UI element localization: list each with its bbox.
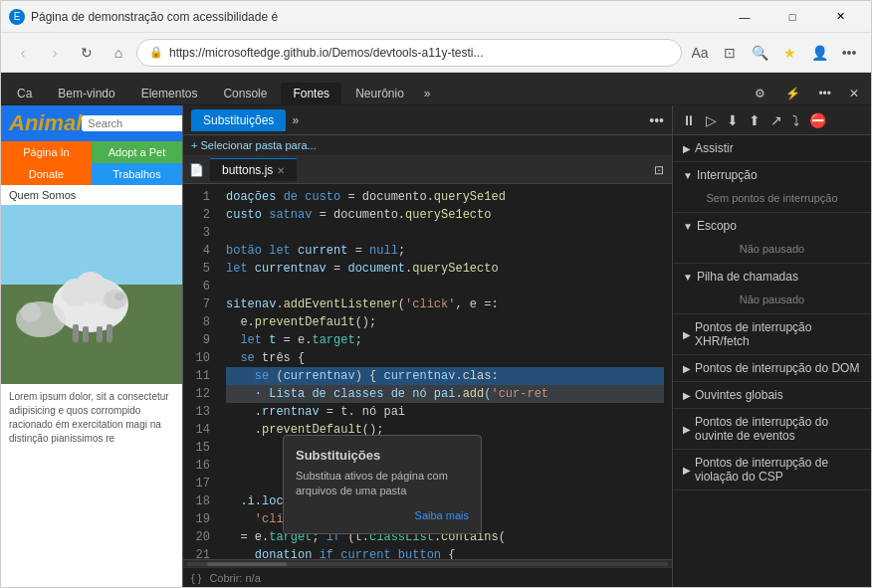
section-csp-header[interactable]: ▶ Pontos de interrupção de violação do C…	[673, 450, 871, 490]
nav-donate[interactable]: Donate	[1, 163, 92, 185]
nav-adopt-a-pet[interactable]: Adopt a Pet	[92, 141, 182, 163]
reader-view-button[interactable]: Aa	[686, 39, 714, 67]
debugger-section-dom: ▶ Pontos de interrupção do DOM	[673, 355, 871, 382]
code-line-12-tooltip: · Lista de classes de nó pai.add('cur-re…	[226, 385, 664, 403]
debugger-breakpoint-btn[interactable]: ⛔	[806, 110, 829, 130]
debugger-deactivate-btn[interactable]: ⤵	[789, 110, 802, 130]
section-globais-header[interactable]: ▶ Ouvintes globais	[673, 382, 871, 408]
website-nav1: Página In Adopt a Pet	[1, 141, 182, 163]
sheep-image	[1, 205, 182, 384]
website-body-text: Lorem ipsum dolor, sit a consectetur adi…	[1, 384, 182, 452]
tooltip-learn-more-link[interactable]: Saiba mais	[415, 509, 469, 521]
collections-button[interactable]: ⊡	[716, 39, 744, 67]
zoom-button[interactable]: 🔍	[746, 39, 773, 67]
section-globais-label: Ouvintes globais	[695, 388, 783, 402]
section-arrow-icon: ▶	[683, 390, 691, 401]
tooltip-title: Substituições	[296, 448, 469, 463]
section-dom-header[interactable]: ▶ Pontos de interrupção do DOM	[673, 355, 871, 381]
tooltip-description: Substitua ativos de página com arquivos …	[296, 469, 469, 499]
debugger-pause-btn[interactable]: ⏸	[679, 110, 699, 130]
nav-pagina-inicial[interactable]: Página In	[1, 141, 92, 163]
close-tab-button[interactable]: ✕	[277, 165, 285, 176]
forward-button[interactable]: ›	[41, 39, 69, 67]
tab-ca[interactable]: Ca	[5, 83, 44, 104]
svg-rect-11	[107, 324, 112, 342]
code-area: 📄 buttons.js ✕ ⊡ 1 2 3 4	[183, 156, 672, 587]
code-line-1: doações de custo = documento.querySe1ed	[226, 188, 664, 206]
debugger-section-interrupcao: ▼ Interrupção Sem pontos de interrupção	[673, 162, 871, 213]
scrollbar-thumb[interactable]	[207, 562, 287, 566]
debugger-section-ouvintes: ▶ Pontos de interrupção do ouvinte de ev…	[673, 409, 871, 450]
close-button[interactable]: ✕	[817, 2, 863, 32]
website-preview-panel: Animal Página In Adopt a Pet Donate Trab…	[1, 105, 183, 587]
more-tabs-button[interactable]: »	[418, 83, 437, 104]
line-numbers: 1 2 3 4 5 6 7 8 9 10 11 12 13	[183, 184, 218, 559]
profile-button[interactable]: 👤	[805, 39, 833, 67]
curly-brackets-label[interactable]: { }	[191, 572, 201, 584]
section-interrupcao-header[interactable]: ▼ Interrupção	[673, 162, 871, 188]
debugger-step-btn[interactable]: ↗	[767, 110, 785, 130]
nav-trabalhos[interactable]: Trabalhos	[92, 163, 182, 185]
devtools-settings-button[interactable]: ⚙	[747, 83, 773, 104]
favorites-button[interactable]: ★	[775, 39, 803, 67]
file-icon: 📄	[183, 159, 210, 181]
debugger-section-pilha: ▼ Pilha de chamadas Não pausado	[673, 264, 871, 314]
browser-favicon: E	[9, 9, 25, 25]
devtools-connect-button[interactable]: ⚡	[777, 83, 808, 104]
section-escopo-header[interactable]: ▼ Escopo	[673, 213, 871, 239]
svg-point-7	[114, 293, 124, 300]
code-tabs: 📄 buttons.js ✕ ⊡	[183, 156, 672, 184]
tab-fontes[interactable]: Fontes	[281, 83, 341, 104]
substitutions-more-button[interactable]: »	[286, 109, 305, 131]
add-folder-button[interactable]: + Selecionar pasta para...	[191, 139, 317, 151]
section-pilha-label: Pilha de chamadas	[697, 270, 798, 284]
svg-rect-9	[83, 326, 89, 342]
back-button[interactable]: ‹	[9, 39, 37, 67]
page-title: Página de demonstração com acessibilidad…	[31, 10, 716, 24]
title-bar: E Página de demonstração com acessibilid…	[1, 1, 871, 33]
code-tab-more-button[interactable]: ⊡	[646, 159, 672, 181]
devtools-more-button[interactable]: •••	[812, 83, 837, 104]
substitutions-tab[interactable]: Substituições	[191, 109, 286, 131]
nav-bar: ‹ › ↻ ⌂ 🔒 https://microsoftedge.github.i…	[1, 33, 871, 73]
section-escopo-content: Não pausado	[673, 239, 871, 263]
section-escopo-label: Escopo	[697, 219, 737, 233]
address-bar[interactable]: 🔒 https://microsoftedge.github.io/Demos/…	[136, 39, 682, 67]
substitutions-dots-button[interactable]: •••	[649, 112, 664, 128]
substitutions-actions: •••	[649, 112, 664, 128]
section-pilha-header[interactable]: ▼ Pilha de chamadas	[673, 264, 871, 290]
code-tab-buttons-js[interactable]: buttons.js ✕	[210, 158, 297, 181]
code-line-10: se três {	[226, 349, 664, 367]
debugger-step-over-btn[interactable]: ▷	[703, 110, 720, 130]
tab-elementos[interactable]: Elementos	[129, 83, 210, 104]
minimize-button[interactable]: —	[722, 2, 767, 32]
code-horizontal-scrollbar[interactable]	[183, 559, 672, 567]
debugger-section-assistir: ▶ Assistir	[673, 135, 871, 162]
debugger-step-out-btn[interactable]: ⬆	[746, 110, 763, 130]
more-button[interactable]: •••	[835, 39, 863, 67]
section-ouvintes-header[interactable]: ▶ Pontos de interrupção do ouvinte de ev…	[673, 409, 871, 449]
website-header: Animal	[1, 105, 182, 141]
code-line-21: donation if current button {	[226, 546, 664, 559]
section-arrow-icon: ▶	[683, 465, 691, 476]
nav-quem-somos[interactable]: Quem Somos	[1, 185, 182, 205]
tab-console[interactable]: Console	[211, 83, 279, 104]
section-assistir-header[interactable]: ▶ Assistir	[673, 135, 871, 161]
refresh-button[interactable]: ↻	[73, 39, 101, 67]
section-xhr-header[interactable]: ▶ Pontos de interrupção XHR/fetch	[673, 314, 871, 354]
home-button[interactable]: ⌂	[105, 39, 132, 67]
devtools-close-button[interactable]: ✕	[841, 83, 867, 104]
section-interrupcao-content: Sem pontos de interrupção	[673, 188, 871, 212]
window-controls: — □ ✕	[722, 2, 863, 32]
site-search-input[interactable]	[82, 115, 183, 131]
section-arrow-icon: ▶	[683, 329, 691, 340]
debugger-toolbar: ⏸ ▷ ⬇ ⬆ ↗ ⤵ ⛔	[673, 105, 871, 135]
tab-bem-vindo[interactable]: Bem-vindo	[46, 83, 126, 104]
tooltip-footer: Saiba mais	[296, 509, 469, 521]
section-xhr-label: Pontos de interrupção XHR/fetch	[695, 320, 861, 348]
svg-point-6	[104, 290, 127, 309]
maximize-button[interactable]: □	[769, 2, 815, 32]
section-arrow-icon: ▼	[683, 272, 693, 283]
tab-neuronio[interactable]: Neurônio	[343, 83, 416, 104]
debugger-step-into-btn[interactable]: ⬇	[724, 110, 742, 130]
